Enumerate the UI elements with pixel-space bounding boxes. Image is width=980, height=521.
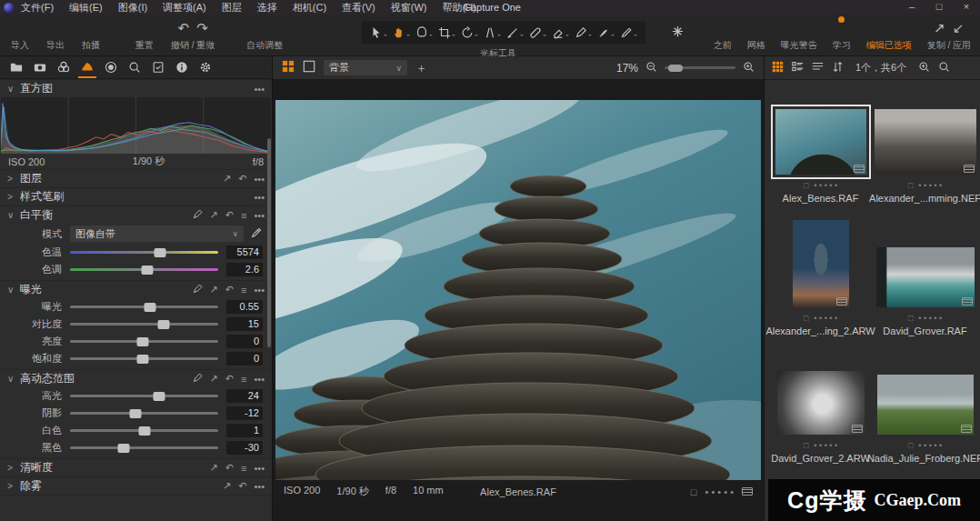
tab-info-icon[interactable] bbox=[173, 57, 191, 78]
thumbnail-image[interactable] bbox=[875, 109, 976, 175]
thumbnail-image-selected[interactable] bbox=[775, 109, 866, 175]
menu-edit[interactable]: 编辑(E) bbox=[69, 1, 103, 15]
saturation-value[interactable]: 0 bbox=[226, 352, 263, 366]
black-value[interactable]: -30 bbox=[226, 441, 263, 455]
add-layer-button[interactable]: ＋ bbox=[415, 60, 427, 76]
eraser-tool-icon[interactable] bbox=[552, 26, 569, 39]
clarity-header[interactable]: > 清晰度 ↗ ↶ ≡ ••• bbox=[0, 458, 272, 476]
brush-local-icon[interactable] bbox=[193, 284, 203, 296]
brightness-value[interactable]: 0 bbox=[226, 335, 263, 348]
exposure-warning-button[interactable]: 曝光警告 bbox=[781, 19, 817, 52]
exposure-header[interactable]: ∨ 曝光 ↗ ↶ ≡ ••• bbox=[0, 280, 272, 298]
zoom-out-icon[interactable] bbox=[645, 61, 657, 75]
menu-image[interactable]: 图像(I) bbox=[118, 1, 147, 15]
viewer-zoom-slider[interactable] bbox=[665, 66, 735, 69]
rating-dots[interactable]: • • • • • bbox=[814, 441, 837, 450]
more-options-icon[interactable]: ••• bbox=[254, 374, 265, 385]
fill-brush-tool-icon[interactable] bbox=[597, 26, 615, 39]
collapse-chevron-icon[interactable]: ∨ bbox=[7, 374, 20, 384]
copy-apply-button[interactable]: ↗ ↙ 复制 / 应用 bbox=[927, 19, 971, 52]
thumbnail-image[interactable] bbox=[777, 371, 865, 435]
select-tool-icon[interactable] bbox=[370, 26, 387, 39]
select-checkbox[interactable]: □ bbox=[908, 314, 913, 323]
tab-output-clipboard-icon[interactable] bbox=[149, 57, 167, 78]
brush-tool-icon[interactable] bbox=[506, 26, 524, 39]
list-view-icon[interactable] bbox=[792, 60, 804, 76]
white-value[interactable]: 1 bbox=[226, 424, 263, 437]
copy-adjustments-icon[interactable]: ↗ bbox=[210, 462, 218, 474]
zoom-slider-thumb[interactable] bbox=[668, 65, 683, 72]
select-checkbox[interactable]: □ bbox=[804, 314, 808, 323]
thumbnail[interactable]: □ • • • • • Nadia_Julie_Froberg.NEF bbox=[873, 375, 977, 466]
slider-handle[interactable] bbox=[145, 303, 156, 312]
redo-icon[interactable]: ↷ bbox=[196, 19, 208, 36]
tint-slider[interactable] bbox=[70, 268, 218, 271]
slider-handle[interactable] bbox=[155, 248, 166, 257]
collapse-chevron-icon[interactable]: ∨ bbox=[7, 285, 20, 295]
menu-file[interactable]: 文件(F) bbox=[21, 1, 54, 15]
slider-handle[interactable] bbox=[157, 320, 169, 329]
pick-wb-pen-icon[interactable] bbox=[193, 209, 203, 221]
tab-color-wheel-icon[interactable] bbox=[55, 57, 73, 78]
rating-dots[interactable]: • • • • • bbox=[918, 314, 942, 323]
layers-header[interactable]: > 图层 ↗ ↶ ••• bbox=[0, 169, 272, 187]
filter-magnifier-icon[interactable] bbox=[918, 60, 930, 76]
slider-handle[interactable] bbox=[136, 337, 148, 346]
exposure-value[interactable]: 0.55 bbox=[226, 300, 263, 314]
copy-adjustments-icon[interactable]: ↗ bbox=[223, 173, 231, 185]
presets-menu-icon[interactable]: ≡ bbox=[241, 374, 246, 385]
crop-tool-icon[interactable] bbox=[438, 26, 455, 39]
keystone-tool-icon[interactable] bbox=[484, 26, 501, 39]
white-slider[interactable] bbox=[70, 429, 218, 432]
restore-button[interactable]: □ bbox=[925, 0, 953, 15]
highlight-value[interactable]: 24 bbox=[226, 389, 263, 403]
expand-chevron-icon[interactable]: > bbox=[7, 481, 20, 491]
capture-button[interactable]: 拍摄 bbox=[82, 19, 100, 52]
presets-menu-icon[interactable]: ≡ bbox=[241, 285, 246, 296]
undo-redo-buttons[interactable]: ↶ ↷ 撤销 / 重做 bbox=[171, 19, 215, 52]
select-checkbox[interactable]: □ bbox=[908, 441, 913, 450]
style-brush-header[interactable]: > 样式笔刷 ••• bbox=[0, 187, 272, 205]
search-icon[interactable] bbox=[938, 60, 950, 76]
edit-selected-button[interactable]: 编辑已选项 bbox=[866, 19, 912, 52]
histogram-header[interactable]: ∨ 直方图 ••• bbox=[0, 79, 272, 97]
menu-adjustments[interactable]: 调整项(A) bbox=[163, 1, 206, 15]
presets-menu-icon[interactable]: ≡ bbox=[241, 463, 246, 474]
temperature-slider[interactable] bbox=[70, 251, 218, 254]
pencil-tool-icon[interactable] bbox=[620, 26, 637, 39]
select-checkbox[interactable]: □ bbox=[908, 181, 913, 190]
close-button[interactable]: × bbox=[953, 0, 980, 15]
rotate-tool-icon[interactable] bbox=[461, 26, 478, 39]
brush-local-icon[interactable] bbox=[193, 373, 203, 385]
rating-dots[interactable]: • • • • • bbox=[705, 486, 734, 497]
rating-dots[interactable]: • • • • • bbox=[814, 314, 837, 323]
copy-adjustments-icon[interactable]: ↗ bbox=[210, 209, 218, 221]
zoom-in-icon[interactable] bbox=[743, 61, 755, 75]
temperature-value[interactable]: 5574 bbox=[226, 245, 263, 259]
reset-section-icon[interactable]: ↶ bbox=[225, 462, 234, 474]
slider-handle[interactable] bbox=[117, 444, 129, 453]
tab-settings-gear-icon[interactable] bbox=[196, 57, 215, 78]
reset-section-icon[interactable]: ↶ bbox=[225, 373, 234, 385]
more-options-icon[interactable]: ••• bbox=[254, 192, 265, 203]
highlight-slider[interactable] bbox=[70, 395, 218, 397]
white-balance-header[interactable]: ∨ 白平衡 ↗ ↶ ≡ ••• bbox=[0, 205, 272, 224]
menu-window[interactable]: 视窗(W) bbox=[391, 1, 427, 15]
dehaze-header[interactable]: > 除雾 ↗ ↶ ••• bbox=[0, 476, 272, 495]
collapse-chevron-icon[interactable]: ∨ bbox=[7, 210, 20, 220]
slider-handle[interactable] bbox=[141, 266, 153, 275]
apply-arrow-icon[interactable]: ↙ bbox=[953, 19, 965, 36]
heal-tool-icon[interactable] bbox=[529, 26, 546, 39]
wb-eyedropper-icon[interactable] bbox=[251, 225, 263, 242]
more-options-icon[interactable]: ••• bbox=[254, 285, 265, 296]
exposure-slider[interactable] bbox=[70, 306, 218, 308]
reset-section-icon[interactable]: ↶ bbox=[225, 209, 234, 221]
multi-view-icon[interactable] bbox=[282, 60, 295, 76]
left-panel-scrollbar[interactable] bbox=[267, 138, 271, 347]
viewer-layer-select[interactable]: 背景 ∨ bbox=[324, 60, 407, 75]
more-options-icon[interactable]: ••• bbox=[254, 463, 265, 474]
reset-section-icon[interactable]: ↶ bbox=[225, 284, 234, 296]
single-view-icon[interactable] bbox=[303, 60, 315, 76]
contrast-value[interactable]: 15 bbox=[226, 317, 263, 331]
more-options-icon[interactable]: ••• bbox=[254, 174, 265, 185]
